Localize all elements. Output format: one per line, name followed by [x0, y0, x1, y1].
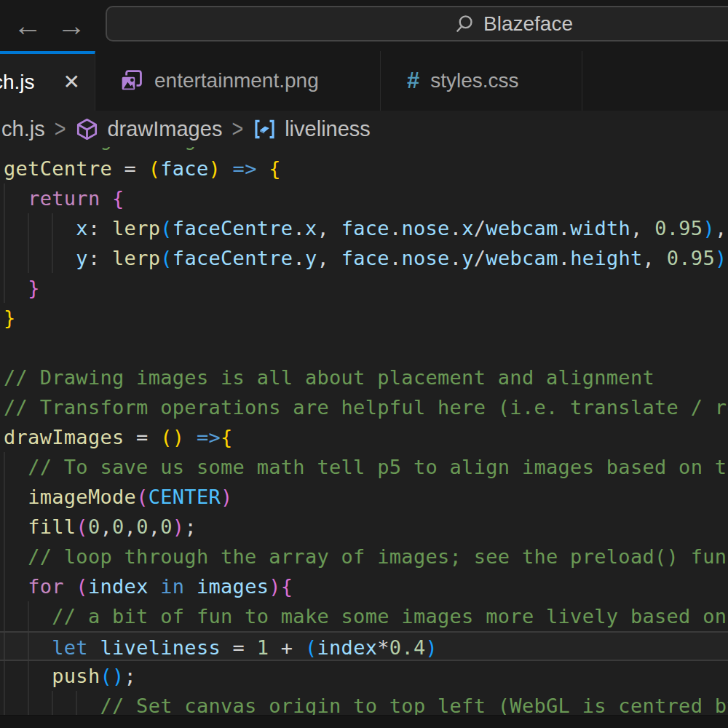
code-token: height — [570, 247, 642, 269]
tab-entertainment-png[interactable]: entertainment.png — [95, 51, 381, 111]
code-line[interactable]: y: lerp(faceCentre.y, face.nose.y/webcam… — [0, 243, 728, 273]
code-token: 0 — [88, 515, 100, 538]
code-token: // Transform operations are helpful here… — [4, 396, 728, 419]
code-token: ; — [184, 515, 197, 538]
code-token: // Set canvas origin to top left (WebGL … — [100, 695, 728, 717]
vscode-window: ← → Blazeface ch.js ✕ entertain — [0, 0, 728, 728]
code-token: lerp — [112, 247, 160, 269]
code-token: face — [341, 247, 389, 269]
code-line[interactable]: } — [0, 273, 728, 303]
code-text: // loop through the array of images; see… — [4, 542, 728, 571]
code-line[interactable]: for (index in images){ — [0, 571, 728, 601]
breadcrumb-item-symbol[interactable]: drawImages — [107, 117, 222, 141]
code-token: nose — [401, 247, 449, 269]
code-token — [184, 575, 197, 598]
tab-styles-css[interactable]: # styles.css — [381, 51, 582, 111]
code-token — [4, 545, 28, 568]
code-line[interactable]: return { — [0, 183, 728, 213]
code-text: fill(0,0,0,0); — [4, 512, 197, 542]
code-line[interactable]: imageMode(CENTER) — [0, 482, 728, 512]
code-text: x: lerp(faceCentre.x, face.nose.x/webcam… — [4, 213, 727, 243]
code-token: / — [474, 217, 486, 240]
code-token: images — [197, 575, 269, 598]
code-token: ) — [208, 157, 221, 180]
command-center-search[interactable]: Blazeface — [106, 6, 728, 41]
code-token: x — [305, 217, 317, 240]
code-line[interactable]: // loop through the array of images; see… — [0, 542, 728, 571]
code-token — [184, 426, 197, 448]
code-token: // a bit of fun to make some images more… — [52, 605, 728, 628]
code-token: y — [305, 247, 317, 269]
code-token: , — [630, 217, 654, 240]
code-token: in — [160, 575, 184, 598]
code-token: return — [28, 187, 100, 210]
code-token: ) — [715, 247, 727, 269]
code-line[interactable]: g g — [0, 147, 728, 154]
code-token: index — [88, 575, 149, 598]
code-token: ( — [160, 247, 173, 269]
breadcrumb-item-file[interactable]: ch.js — [1, 117, 45, 141]
code-token — [4, 456, 28, 478]
code-token: => — [233, 157, 257, 180]
code-token: ( — [76, 575, 88, 598]
code-token: ) — [703, 217, 715, 240]
code-line[interactable]: // a bit of fun to make some images more… — [0, 601, 728, 631]
code-token: nose — [401, 217, 449, 240]
code-token: y — [76, 247, 88, 269]
code-line[interactable]: // To save us some math tell p5 to align… — [0, 452, 728, 482]
tab-sketch-js[interactable]: ch.js ✕ — [0, 51, 95, 111]
code-token: width — [570, 217, 630, 240]
code-line-current[interactable]: let liveliness = 1 + (index*0.4) — [0, 631, 728, 661]
code-token — [257, 157, 269, 180]
code-token: . — [450, 247, 462, 269]
code-text: } — [4, 273, 40, 303]
code-token: ( — [305, 636, 317, 659]
code-token: index — [317, 636, 378, 659]
code-token: / — [474, 247, 486, 269]
code-line[interactable]: drawImages = () =>{ — [0, 422, 728, 452]
code-token — [4, 247, 76, 269]
code-token: , — [643, 247, 667, 269]
code-token — [4, 636, 52, 659]
code-token: x — [76, 217, 88, 240]
code-token: 1 — [257, 636, 269, 659]
breadcrumb-item-field[interactable]: liveliness — [285, 117, 371, 141]
code-line[interactable]: getCentre = (face) => { — [0, 154, 728, 183]
code-line[interactable] — [0, 333, 728, 363]
code-line[interactable]: x: lerp(faceCentre.x, face.nose.x/webcam… — [0, 213, 728, 243]
code-text: getCentre = (face) => { — [4, 154, 281, 183]
code-token: 0.95 — [654, 217, 703, 240]
code-token: ( — [160, 426, 173, 448]
code-token: ) — [173, 426, 185, 448]
code-token: ( — [76, 515, 88, 538]
code-token: x — [462, 217, 474, 240]
code-token — [4, 217, 76, 240]
code-token: ) — [112, 665, 124, 687]
code-editor[interactable]: g ggetCentre = (face) => { return { x: l… — [0, 147, 728, 728]
code-line[interactable]: // Transform operations are helpful here… — [0, 392, 728, 422]
code-token: fill — [28, 515, 76, 538]
tab-bar: ch.js ✕ entertainment.png # styles.css — [0, 51, 728, 111]
code-token: , — [149, 515, 161, 538]
code-line[interactable]: } — [0, 303, 728, 333]
search-box-content: Blazeface — [455, 7, 573, 40]
navigate-back-button[interactable]: ← — [13, 0, 42, 51]
code-token: face — [160, 157, 208, 180]
code-token: liveliness — [100, 636, 221, 659]
code-token: y — [462, 247, 474, 269]
close-icon[interactable]: ✕ — [60, 71, 83, 94]
code-line[interactable]: push(); — [0, 661, 728, 691]
code-line[interactable]: fill(0,0,0,0); — [0, 512, 728, 542]
code-token: drawImages — [4, 426, 124, 448]
tab-label: entertainment.png — [154, 69, 319, 92]
code-token — [221, 157, 233, 180]
code-token — [88, 636, 100, 659]
code-line[interactable]: // Drawing images is all about placement… — [0, 363, 728, 392]
code-text: } — [4, 303, 16, 333]
code-token: { — [269, 157, 281, 180]
navigate-forward-button[interactable]: → — [57, 0, 86, 51]
code-token — [4, 605, 52, 628]
code-token: . — [389, 247, 402, 269]
code-token: . — [450, 217, 462, 240]
code-token: } — [28, 277, 40, 299]
